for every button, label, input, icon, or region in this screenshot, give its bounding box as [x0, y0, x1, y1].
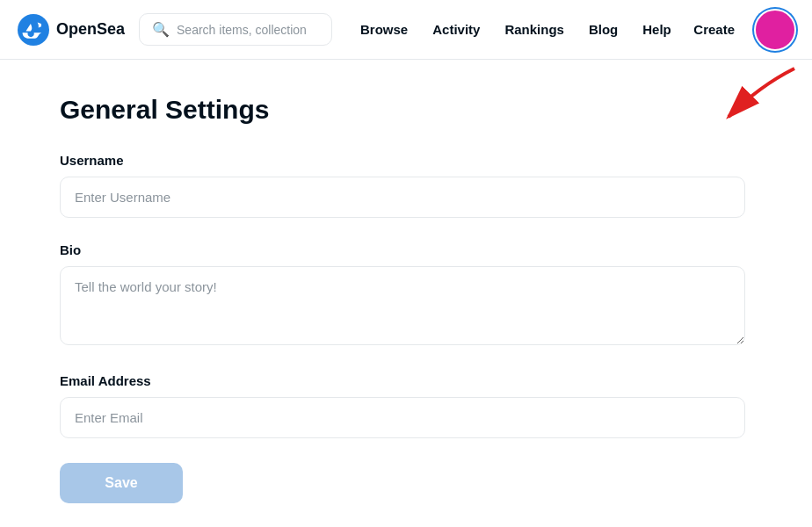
username-group: Username — [60, 153, 752, 218]
search-bar[interactable]: 🔍 — [139, 13, 332, 46]
avatar-button[interactable] — [756, 11, 794, 49]
nav-blog[interactable]: Blog — [578, 15, 628, 44]
opensea-logo[interactable]: OpenSea — [18, 14, 125, 46]
avatar — [756, 11, 794, 49]
bio-label: Bio — [60, 242, 752, 257]
create-button[interactable]: Create — [683, 15, 745, 44]
opensea-logo-icon — [18, 14, 49, 46]
navbar-right: Create — [683, 11, 794, 49]
search-input[interactable] — [177, 23, 319, 37]
nav-links: Browse Activity Rankings Blog Help — [350, 15, 683, 44]
nav-activity[interactable]: Activity — [422, 15, 490, 44]
email-group: Email Address — [60, 373, 752, 438]
nav-browse[interactable]: Browse — [350, 15, 418, 44]
username-input[interactable] — [60, 177, 745, 218]
search-icon: 🔍 — [152, 21, 170, 38]
bio-group: Bio — [60, 242, 752, 349]
email-label: Email Address — [60, 373, 752, 388]
main-content: General Settings Username Bio Email Addr… — [0, 60, 812, 527]
nav-help[interactable]: Help — [632, 15, 682, 44]
email-input[interactable] — [60, 397, 745, 438]
page-title: General Settings — [60, 95, 752, 125]
opensea-logo-text: OpenSea — [56, 20, 125, 39]
navbar: OpenSea 🔍 Browse Activity Rankings Blog … — [0, 0, 812, 60]
save-button[interactable]: Save — [60, 463, 183, 503]
bio-textarea[interactable] — [60, 266, 745, 345]
username-label: Username — [60, 153, 752, 168]
nav-rankings[interactable]: Rankings — [494, 15, 575, 44]
